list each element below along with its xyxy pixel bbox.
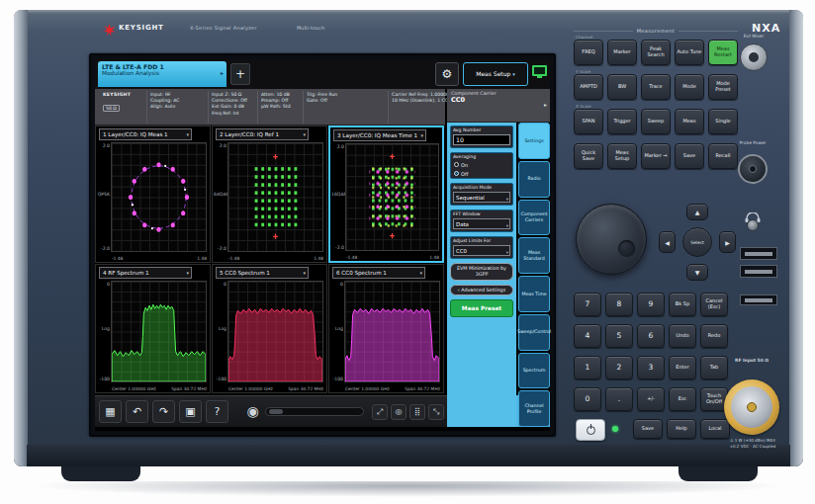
panel-key[interactable]: Quick Save (574, 143, 603, 169)
resize-windows-icon[interactable]: ⤢ (372, 404, 388, 420)
constellation-ring-graph[interactable] (111, 142, 207, 252)
screenshot-icon[interactable]: ▣ (179, 400, 202, 423)
keypad-key[interactable]: Cancel (Esc) (700, 293, 728, 316)
panel-key[interactable]: Meas Restart (708, 40, 738, 65)
nav-left-button[interactable]: ◀ (659, 231, 676, 253)
panel-key[interactable]: SPAN (574, 109, 603, 134)
panel-key[interactable]: AMPTD (574, 74, 603, 100)
window-rf-spectrum[interactable]: 4 RF Spectrum 1▾ 0 Log -100 Center 1.000… (95, 264, 211, 393)
window-title-dropdown[interactable]: 5 CC0 Spectrum 1▾ (216, 267, 309, 279)
panel-key[interactable]: Meas (675, 109, 704, 134)
window-cc0-spectrum-2[interactable]: 6 CC0 Spectrum 1▾ 0 Log -100 Center 1.00… (328, 264, 444, 393)
meas-setup-tab[interactable]: Spectrum (518, 353, 550, 389)
window-iq-meas[interactable]: 1 Layer/CC0: IQ Meas 1▾ 2.0 QPSK -2.0 -1… (95, 126, 211, 263)
panel-key[interactable]: FREQ (574, 40, 603, 65)
panel-key[interactable]: Marker (607, 40, 637, 65)
window-title-dropdown[interactable]: 3 Layer/CC0: IQ Meas Time 1▾ (333, 129, 426, 141)
keypad-key[interactable]: Enter (669, 356, 696, 379)
keypad-key[interactable]: Bk Sp (669, 293, 696, 316)
keypad-key[interactable]: +/- (637, 387, 665, 411)
add-tab-button[interactable]: + (230, 63, 250, 85)
undo-icon[interactable]: ↶ (126, 400, 148, 423)
rotary-knob[interactable] (576, 204, 647, 275)
nav-down-button[interactable]: ▼ (686, 264, 708, 281)
keypad-key[interactable]: 5 (605, 324, 633, 348)
system-settings-gear-icon[interactable]: ⚙ (435, 62, 459, 86)
panel-key[interactable]: Trace (641, 74, 671, 100)
meas-setup-tab[interactable]: Channel Profile (518, 390, 550, 427)
panel-key[interactable]: Auto Tune (675, 40, 704, 65)
keypad-key[interactable]: 3 (637, 356, 665, 379)
component-carrier-dropdown[interactable]: Component Carrier CC0 ▸ (447, 89, 550, 123)
power-button[interactable] (576, 419, 605, 441)
averaging-on-radio[interactable]: On (451, 160, 512, 169)
spectrum-trace-magenta[interactable] (344, 281, 440, 382)
keypad-key[interactable]: Undo (669, 324, 696, 348)
avg-number-input[interactable]: 10 (453, 134, 510, 145)
panel-key[interactable]: Peak Search (641, 40, 671, 65)
meas-setup-button[interactable]: Meas Setup ▾ (463, 62, 528, 86)
mixed-constellation-graph[interactable] (345, 143, 439, 251)
meas-setup-tab[interactable]: Sweep/Control (518, 314, 550, 351)
scroll-slider[interactable] (265, 407, 364, 416)
window-title-dropdown[interactable]: 6 CC0 Spectrum 1▾ (332, 267, 425, 279)
avg-number-field[interactable]: Avg Number 10 (450, 126, 513, 148)
panel-key[interactable]: Meas Setup (607, 143, 637, 169)
keypad-key[interactable]: 7 (574, 293, 601, 316)
select-button[interactable]: Select (682, 227, 712, 257)
meas-setup-tab[interactable]: Meas Time (518, 276, 550, 312)
qam-constellation-graph[interactable] (227, 142, 323, 252)
evm-minimization-button[interactable]: EVM Minimization by 3GPP (450, 263, 513, 281)
apps-grid-icon[interactable]: ⣿ (409, 404, 425, 420)
nav-up-button[interactable]: ▲ (686, 204, 708, 220)
window-title-dropdown[interactable]: 4 RF Spectrum 1▾ (99, 267, 192, 279)
acquisition-mode-dropdown[interactable]: Acquisition Mode Sequential▾ (450, 183, 513, 206)
keypad-key[interactable]: 2 (605, 356, 633, 379)
window-title-dropdown[interactable]: 2 Layer/CC0: IQ Ref 1▾ (216, 128, 309, 140)
keypad-key[interactable]: 8 (605, 293, 633, 316)
redo-icon[interactable]: ↷ (152, 400, 175, 423)
panel-key[interactable]: Mode Preset (708, 74, 738, 100)
fullscreen-icon[interactable]: ⤡ (428, 404, 444, 420)
keypad-key[interactable]: 0 (574, 387, 601, 411)
keypad-key[interactable]: 9 (637, 293, 665, 316)
panel-key[interactable]: BW (607, 74, 637, 100)
averaging-off-radio[interactable]: Off (451, 169, 512, 178)
external-display-icon[interactable] (532, 65, 547, 76)
spectrum-trace-green[interactable] (111, 281, 207, 382)
meas-setup-tab[interactable]: Component Carriers (518, 200, 550, 236)
meas-setup-tab[interactable]: Radio (518, 161, 550, 198)
advanced-settings-button[interactable]: ‹ Advanced Settings (450, 285, 513, 296)
spectrum-trace-red[interactable] (227, 281, 323, 382)
meas-preset-button[interactable]: Meas Preset (450, 299, 513, 317)
help-icon[interactable]: ? (206, 400, 228, 423)
panel-key[interactable]: Single (708, 109, 738, 134)
panel-key[interactable]: Trigger (607, 109, 637, 134)
panel-key[interactable]: Save (633, 419, 663, 439)
panel-key[interactable]: Save (675, 143, 704, 169)
panel-key[interactable]: Sweep (641, 109, 671, 134)
meas-setup-tab[interactable]: Settings (518, 123, 550, 159)
nav-right-button[interactable]: ▶ (719, 231, 736, 253)
panel-key[interactable]: Help (667, 419, 696, 439)
panel-key[interactable]: Marker → (641, 143, 671, 169)
keypad-key[interactable]: . (605, 387, 633, 411)
panel-key[interactable]: Local (700, 419, 730, 439)
slider-thumb[interactable] (269, 409, 283, 414)
touch-point-icon[interactable]: ◎ (391, 404, 407, 420)
tab-lte-modulation-analysis[interactable]: LTE & LTE-A FDD 1 Modulation Analysis ▸ (98, 61, 226, 87)
window-title-dropdown[interactable]: 1 Layer/CC0: IQ Meas 1▾ (99, 128, 192, 140)
meas-setup-tab[interactable]: Meas Standard (518, 237, 550, 274)
window-iq-meas-time-selected[interactable]: 3 Layer/CC0: IQ Meas Time 1▾ 2.0 16QAM -… (328, 126, 444, 263)
keypad-key[interactable]: 1 (574, 356, 601, 379)
keypad-key[interactable]: 6 (637, 324, 665, 348)
keypad-key[interactable]: Redo (700, 324, 728, 348)
window-layout-icon[interactable]: ▦ (99, 400, 122, 423)
panel-key[interactable]: Recall (708, 143, 738, 169)
window-cc0-spectrum-1[interactable]: 5 CC0 Spectrum 1▾ 0 Log -100 Center 1.00… (212, 264, 327, 393)
window-iq-ref[interactable]: 2 Layer/CC0: IQ Ref 1▾ 2.0 64QAM -2.0 -1… (212, 126, 327, 263)
panel-key[interactable]: Mode (675, 74, 704, 100)
keypad-key[interactable]: 4 (574, 324, 601, 348)
adjust-limits-dropdown[interactable]: Adjust Limits For CC0▾ (450, 236, 513, 259)
fft-window-dropdown[interactable]: FFT Window Data▾ (450, 210, 513, 232)
